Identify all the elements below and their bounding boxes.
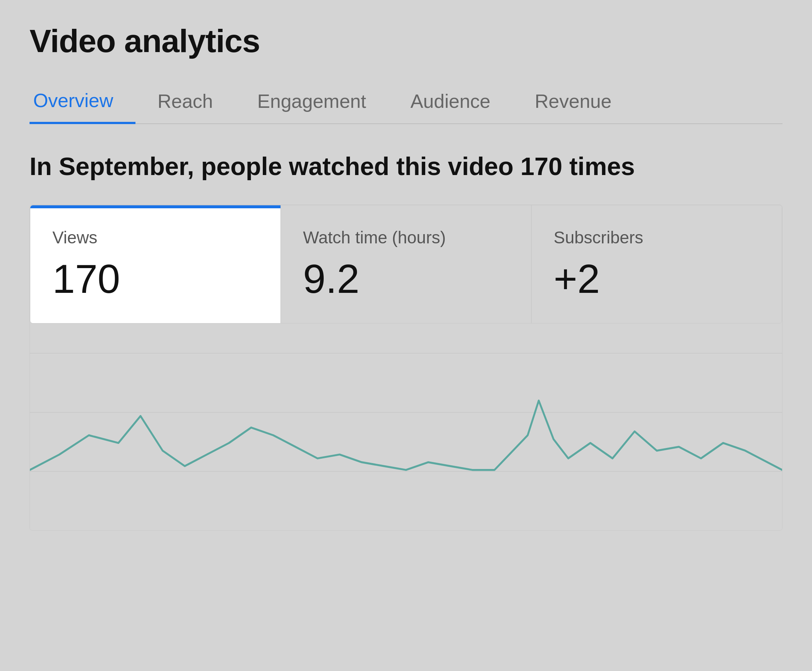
metric-views-value: 170	[53, 256, 120, 301]
metric-watch-time-label: Watch time (hours)	[303, 228, 446, 247]
tab-engagement[interactable]: Engagement	[235, 83, 388, 124]
page-container: Video analytics Overview Reach Engagemen…	[0, 0, 812, 531]
chart-area	[30, 324, 782, 530]
tab-overview[interactable]: Overview	[29, 82, 136, 124]
tab-reach[interactable]: Reach	[136, 83, 235, 124]
metrics-row: Views 170 Watch time (hours) 9.2 Subscri…	[30, 205, 782, 324]
chart-line	[30, 401, 782, 470]
metric-watch-time[interactable]: Watch time (hours) 9.2	[281, 205, 532, 323]
metric-subscribers[interactable]: Subscribers +2	[532, 205, 782, 323]
tab-audience[interactable]: Audience	[388, 83, 513, 124]
metric-subscribers-label: Subscribers	[554, 228, 643, 247]
metric-subscribers-value: +2	[554, 256, 600, 301]
analytics-card: Views 170 Watch time (hours) 9.2 Subscri…	[29, 204, 783, 531]
page-title: Video analytics	[29, 22, 783, 60]
tabs-container: Overview Reach Engagement Audience Reven…	[29, 82, 783, 124]
summary-heading: In September, people watched this video …	[29, 150, 783, 182]
metric-watch-time-value: 9.2	[303, 256, 360, 301]
chart-svg	[30, 324, 782, 501]
metric-views-label: Views	[53, 228, 97, 247]
tab-revenue[interactable]: Revenue	[513, 83, 634, 124]
metric-views[interactable]: Views 170	[30, 205, 281, 323]
chart-svg-wrapper	[30, 324, 782, 501]
